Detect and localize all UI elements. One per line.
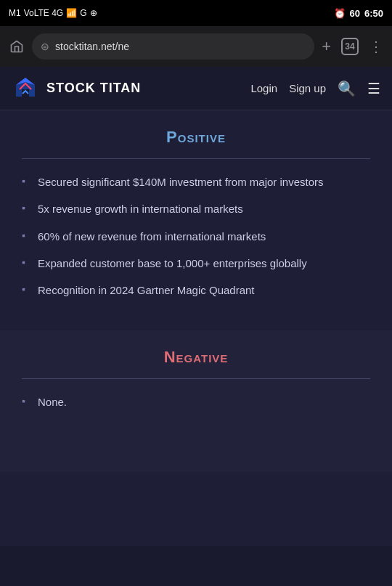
negative-list: None. [22, 394, 370, 410]
negative-divider [22, 378, 370, 379]
address-bar[interactable]: ⊜ stocktitan.net/ne [32, 33, 314, 60]
status-right: ⏰ 60 6:50 [334, 8, 384, 19]
home-button[interactable] [9, 38, 25, 54]
nav-login-link[interactable]: Login [250, 82, 277, 94]
lock-icon: ⊜ [41, 41, 49, 52]
positive-divider [22, 158, 370, 159]
alarm-icon: ⏰ [334, 8, 346, 19]
logo-area: STOCK TITAN [12, 75, 242, 102]
list-item: None. [22, 394, 370, 410]
positive-section-title: Positive [22, 128, 370, 147]
nav-signup-link[interactable]: Sign up [289, 82, 326, 94]
tab-count-badge[interactable]: 34 [341, 38, 359, 55]
hamburger-menu-icon[interactable]: ☰ [367, 80, 380, 97]
list-item: 5x revenue growth in international marke… [22, 200, 370, 217]
main-content: Positive Secured significant $140M inves… [0, 110, 392, 546]
g-icon: G [80, 8, 86, 18]
browser-bar: ⊜ stocktitan.net/ne + 34 ⋮ [0, 26, 392, 67]
url-text: stocktitan.net/ne [55, 41, 129, 52]
positive-section: Positive Secured significant $140M inves… [0, 110, 392, 330]
status-bar: M1 VoLTE 4G 📶 G ⊕ ⏰ 60 6:50 [0, 0, 392, 26]
positive-list: Secured significant $140M investment fro… [22, 174, 370, 298]
carrier-label: M1 [9, 8, 21, 18]
new-tab-button[interactable]: + [322, 37, 331, 56]
search-icon[interactable]: 🔍 [338, 80, 356, 97]
logo-icon [12, 75, 39, 102]
negative-section: Negative None. [0, 330, 392, 442]
nav-links: Login Sign up 🔍 ☰ [250, 80, 380, 97]
negative-section-title: Negative [22, 348, 370, 367]
signal-icon: 📶 [66, 8, 77, 18]
browser-actions: + 34 ⋮ [322, 37, 383, 56]
whatsapp-icon: ⊕ [90, 8, 97, 18]
bottom-spacer [0, 443, 392, 472]
network-label: VoLTE 4G [24, 8, 63, 18]
list-item: Secured significant $140M investment fro… [22, 174, 370, 190]
time-label: 6:50 [364, 8, 383, 19]
site-header: STOCK TITAN Login Sign up 🔍 ☰ [0, 67, 392, 110]
battery-label: 60 [350, 8, 360, 19]
list-item: Recognition in 2024 Gartner Magic Quadra… [22, 282, 370, 298]
list-item: Expanded customer base to 1,000+ enterpr… [22, 255, 370, 272]
logo-text: STOCK TITAN [46, 81, 141, 96]
status-left: M1 VoLTE 4G 📶 G ⊕ [9, 8, 97, 18]
browser-menu-button[interactable]: ⋮ [369, 38, 383, 55]
list-item: 60% of new revenue from international ma… [22, 228, 370, 245]
